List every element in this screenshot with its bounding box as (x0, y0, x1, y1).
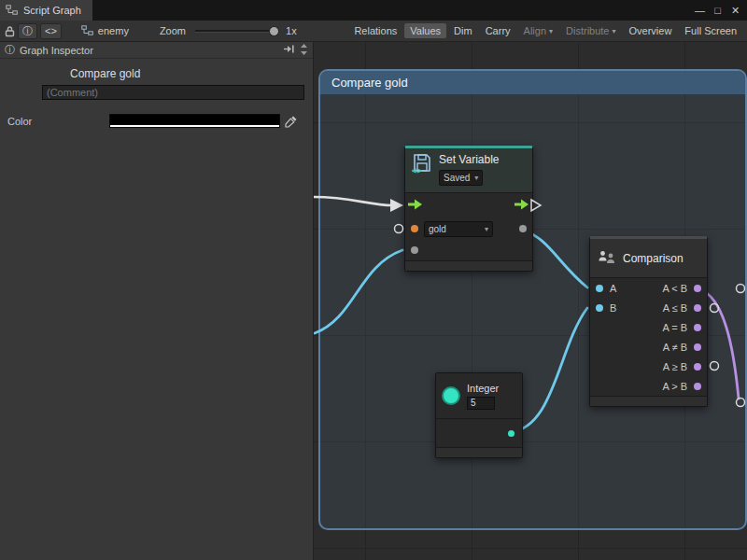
zoom-label: Zoom (160, 25, 186, 36)
port-label: A = B (662, 322, 687, 333)
inspector-header: ⓘ Graph Inspector (0, 42, 313, 59)
node-title: Set Variable (439, 153, 499, 166)
port-label: A ≤ B (663, 302, 687, 314)
output-port-a-neq-b[interactable] (694, 343, 701, 351)
info-icon: ⓘ (5, 43, 15, 57)
value-out-port[interactable] (519, 225, 527, 232)
close-button[interactable]: ✕ (728, 5, 742, 17)
svg-text:<>: <> (412, 166, 422, 175)
zoom-value: 1x (286, 25, 297, 36)
distribute-button[interactable]: Distribute▾ (560, 23, 621, 38)
toolbar-buttons: Relations Values Dim Carry Align▾ Distri… (348, 23, 744, 38)
color-swatch[interactable] (109, 114, 280, 128)
align-button[interactable]: Align▾ (518, 23, 558, 38)
tab-script-graph[interactable]: Script Graph (0, 0, 92, 21)
group-label: Compare gold (331, 76, 408, 90)
variable-name-port[interactable] (411, 225, 418, 232)
comment-input[interactable] (42, 85, 304, 100)
lock-icon[interactable] (5, 25, 15, 37)
chevron-down-icon: ▾ (613, 27, 616, 35)
port-label: A ≠ B (663, 342, 687, 353)
value-in-port[interactable] (411, 246, 418, 254)
output-port-a-eq-b[interactable] (694, 324, 701, 331)
port-label: A (610, 283, 616, 294)
integer-value-input[interactable] (467, 397, 495, 410)
port-label: A > B (662, 381, 687, 392)
carry-button[interactable]: Carry (480, 23, 516, 38)
graph-inspector-panel: ⓘ Graph Inspector (0, 42, 314, 560)
comparison-header[interactable]: Comparison (590, 239, 707, 277)
graph-canvas[interactable]: Compare gold (314, 42, 747, 560)
zoom-knob[interactable] (269, 26, 279, 36)
node-integer[interactable]: Integer (435, 372, 523, 458)
port-label: B (610, 302, 616, 314)
flow-out-port[interactable] (514, 199, 529, 212)
window-controls: — □ ✕ (693, 5, 747, 17)
spinner-icon[interactable] (300, 43, 308, 58)
comparison-icon (598, 249, 616, 268)
info-button[interactable]: ⓘ (18, 23, 37, 39)
script-graph-window: Script Graph — □ ✕ ⓘ <> enemy (0, 0, 747, 560)
node-title: Comparison (623, 252, 684, 265)
set-variable-header[interactable]: <> Set Variable Saved ▾ (405, 148, 532, 192)
node-title: Integer (467, 383, 499, 394)
output-port-a-gt-b[interactable] (694, 383, 701, 390)
port-label: A < B (662, 283, 687, 294)
chevron-down-icon: ▾ (549, 27, 553, 35)
graph-title: Compare gold (70, 67, 313, 80)
integer-header[interactable]: Integer (436, 373, 522, 418)
script-graph-icon (6, 5, 18, 17)
relations-button[interactable]: Relations (348, 23, 402, 38)
maximize-button[interactable]: □ (711, 5, 725, 17)
inspector-title: Graph Inspector (20, 45, 93, 56)
graph-ref-label: enemy (98, 25, 129, 36)
input-port-b[interactable] (596, 304, 603, 312)
graph-reference[interactable]: enemy (81, 25, 129, 37)
zoom-slider[interactable] (195, 30, 275, 33)
node-footer (436, 447, 522, 457)
comparison-row: B A ≤ B (590, 298, 707, 317)
integer-output-port[interactable] (508, 430, 514, 437)
chevron-down-icon: ▾ (474, 174, 478, 182)
comparison-row: A ≠ B (590, 337, 707, 357)
node-comparison[interactable]: Comparison A A < B (589, 236, 708, 407)
node-footer (590, 396, 707, 406)
comparison-row: A = B (590, 317, 707, 337)
comparison-row: A ≥ B (590, 357, 707, 376)
fullscreen-button[interactable]: Full Screen (679, 23, 742, 38)
overview-button[interactable]: Overview (624, 23, 678, 38)
code-toggle-button[interactable]: <> (40, 23, 62, 39)
comparison-row: A A < B (590, 278, 707, 298)
comparison-row: A > B (590, 376, 707, 396)
tab-title: Script Graph (23, 5, 81, 16)
graph-ref-icon (81, 25, 93, 37)
minimize-button[interactable]: — (693, 5, 707, 17)
input-port-a[interactable] (596, 285, 603, 292)
flow-in-port[interactable] (408, 199, 423, 212)
eyedropper-icon[interactable] (285, 115, 298, 128)
output-port-a-lte-b[interactable] (694, 304, 701, 312)
jump-icon[interactable] (283, 44, 295, 56)
dim-button[interactable]: Dim (448, 23, 478, 38)
output-port-a-lt-b[interactable] (694, 285, 701, 292)
save-variable-icon: <> (411, 152, 433, 176)
port-label: A ≥ B (663, 361, 687, 372)
node-footer (405, 260, 532, 271)
color-field: Color (0, 114, 313, 128)
values-button[interactable]: Values (404, 23, 446, 38)
output-port-a-gte-b[interactable] (694, 363, 701, 371)
color-label: Color (0, 116, 109, 127)
node-set-variable[interactable]: <> Set Variable Saved ▾ (404, 146, 533, 272)
graph-toolbar: ⓘ <> enemy Zoom 1x Relations Values Dim … (0, 21, 747, 42)
integer-type-icon (442, 386, 460, 405)
chevron-down-icon: ▾ (485, 225, 488, 233)
variable-kind-dropdown[interactable]: Saved ▾ (439, 170, 483, 186)
group-header[interactable]: Compare gold (320, 71, 745, 94)
variable-dropdown[interactable]: gold ▾ (424, 221, 493, 237)
window-titlebar[interactable]: Script Graph — □ ✕ (0, 0, 747, 21)
